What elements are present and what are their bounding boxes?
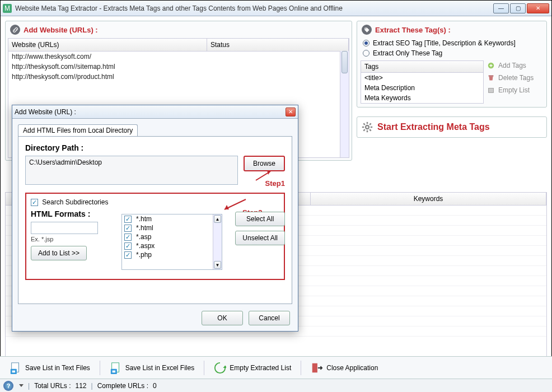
radio-only-label: Extract Only These Tag xyxy=(373,49,442,57)
svg-text:M: M xyxy=(4,4,10,12)
formats-scrollbar[interactable]: ▲ ▼ xyxy=(213,214,222,269)
checkbox-icon xyxy=(124,251,132,259)
formats-list[interactable]: *.htm *.html *.asp *.aspx *.php ▲ ▼ xyxy=(121,214,222,270)
svg-rect-22 xyxy=(12,370,15,372)
close-window-button[interactable]: ✕ xyxy=(527,3,549,13)
search-subdir-label: Search Subdirectories xyxy=(42,198,108,206)
add-tags-button[interactable]: Add Tags xyxy=(487,62,543,69)
radio-icon xyxy=(363,50,369,57)
scroll-down-icon[interactable]: ▼ xyxy=(214,261,221,269)
tag-item[interactable]: <title> xyxy=(361,73,483,83)
url-scrollbar[interactable] xyxy=(340,51,349,157)
format-row[interactable]: *.php xyxy=(122,250,222,259)
radio-icon xyxy=(363,40,369,46)
start-label: Start Extracting Meta Tags xyxy=(377,122,490,132)
tag-item[interactable]: Meta Keywords xyxy=(361,93,483,103)
trash-icon xyxy=(487,74,495,82)
total-urls-value: 112 xyxy=(75,382,86,390)
ok-button[interactable]: OK xyxy=(202,311,243,325)
tags-header: Tags xyxy=(361,61,483,73)
start-extracting-button[interactable]: Start Extracting Meta Tags xyxy=(357,116,547,138)
scroll-up-icon[interactable]: ▲ xyxy=(214,215,221,223)
link-icon xyxy=(10,25,20,35)
svg-line-11 xyxy=(363,123,365,125)
url-row[interactable]: http://theskysoft.com//product.html xyxy=(8,72,349,82)
step1-arrow xyxy=(254,168,276,184)
url-row[interactable]: http://theskysoft.com//sitemap.html xyxy=(8,62,349,72)
column-status[interactable]: Status xyxy=(207,39,349,51)
checkbox-icon xyxy=(124,234,132,241)
help-icon[interactable]: ? xyxy=(3,381,13,391)
add-website-title: Add Website (URLs) : xyxy=(24,26,98,34)
empty-icon xyxy=(487,86,495,94)
save-excel-icon xyxy=(110,362,122,374)
column-keywords[interactable]: Keywords xyxy=(311,193,546,205)
plus-icon xyxy=(487,62,495,69)
total-urls-label: Total URLs : xyxy=(34,382,71,390)
extract-tags-title: Extract These Tag(s) : xyxy=(375,26,451,34)
complete-urls-value: 0 xyxy=(153,382,157,390)
column-website[interactable]: Website (URLs) xyxy=(8,39,207,51)
unselect-all-button[interactable]: Unselect All xyxy=(235,231,285,245)
svg-line-14 xyxy=(369,123,371,125)
empty-list-button[interactable]: Empty List xyxy=(487,86,543,94)
add-website-dialog: Add Website (URL) : ✕ Add HTML Files fro… xyxy=(12,105,298,332)
save-excel-button[interactable]: Save List in Excel Files xyxy=(105,359,199,377)
svg-rect-5 xyxy=(489,88,494,93)
format-row[interactable]: *.html xyxy=(122,223,222,232)
directory-path-label: Directory Path : xyxy=(25,143,285,152)
maximize-button[interactable]: ▢ xyxy=(510,3,526,13)
cancel-button[interactable]: Cancel xyxy=(249,311,290,325)
dropdown-icon[interactable] xyxy=(19,384,24,387)
window-title: Website Meta Tag Extractor - Extracts Me… xyxy=(15,4,493,12)
dialog-close-button[interactable]: ✕ xyxy=(286,108,296,116)
radio-only-these[interactable]: Extract Only These Tag xyxy=(359,48,544,58)
save-text-icon xyxy=(10,362,22,374)
tags-list[interactable]: Tags <title> Meta Description Meta Keywo… xyxy=(361,60,484,104)
bottom-toolbar: Save List in Text Files Save List in Exc… xyxy=(0,356,552,379)
exit-icon xyxy=(311,362,323,374)
format-row[interactable]: *.aspx xyxy=(122,241,222,250)
checkbox-icon xyxy=(31,199,38,206)
svg-rect-26 xyxy=(312,363,317,372)
svg-rect-25 xyxy=(112,370,115,372)
delete-tags-button[interactable]: Delete Tags xyxy=(487,74,543,82)
minimize-button[interactable]: — xyxy=(493,3,509,13)
extract-tags-panel: Extract These Tag(s) : Extract SEO Tag [… xyxy=(357,21,547,108)
svg-rect-4 xyxy=(489,76,494,77)
svg-point-2 xyxy=(365,28,366,29)
select-all-button[interactable]: Select All xyxy=(235,212,285,226)
format-row[interactable]: *.asp xyxy=(122,232,222,241)
gear-icon xyxy=(362,122,373,133)
svg-line-12 xyxy=(369,129,371,131)
directory-path-input[interactable]: C:\Users\admin\Desktop xyxy=(25,156,238,185)
window-titlebar: M Website Meta Tag Extractor - Extracts … xyxy=(1,1,551,16)
format-row[interactable]: *.htm xyxy=(122,214,222,223)
app-icon: M xyxy=(3,4,12,13)
checkbox-icon xyxy=(124,216,132,223)
tag-icon xyxy=(362,25,372,35)
svg-point-15 xyxy=(366,126,368,128)
empty-extracted-button[interactable]: Empty Extracted List xyxy=(209,359,296,377)
checkbox-icon xyxy=(124,242,132,250)
url-row[interactable]: http://www.theskysoft.com/ xyxy=(8,52,349,62)
extension-input[interactable] xyxy=(31,222,98,234)
complete-urls-label: Complete URLs : xyxy=(97,382,148,390)
checkbox-icon xyxy=(124,225,132,232)
radio-seo-label: Extract SEO Tag [Title, Description & Ke… xyxy=(373,39,516,47)
radio-seo-tag[interactable]: Extract SEO Tag [Title, Description & Ke… xyxy=(359,38,544,48)
add-to-list-button[interactable]: Add to List >> xyxy=(31,246,87,260)
svg-line-13 xyxy=(363,129,365,131)
dialog-title: Add Website (URL) : xyxy=(15,108,286,116)
tag-item[interactable]: Meta Description xyxy=(361,83,483,93)
close-app-button[interactable]: Close Application xyxy=(306,359,383,377)
status-bar: ? | Total URLs : 112 | Complete URLs : 0 xyxy=(0,379,552,392)
tab-add-local[interactable]: Add HTML Files from Local Directory xyxy=(18,124,138,136)
recycle-icon xyxy=(214,362,226,374)
save-text-button[interactable]: Save List in Text Files xyxy=(4,359,95,377)
